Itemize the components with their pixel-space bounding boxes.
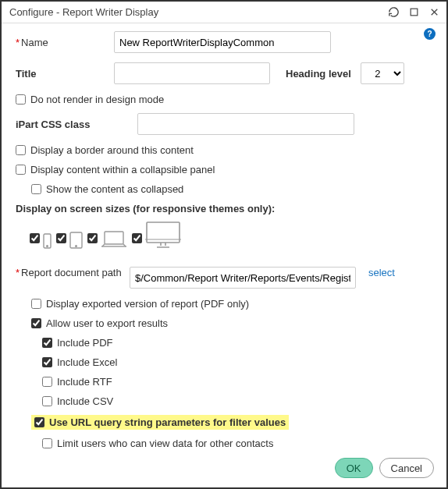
no-render-label: Do not render in design mode <box>30 94 164 105</box>
include-rtf-label: Include RTF <box>57 376 112 388</box>
name-input[interactable] <box>114 31 331 53</box>
cancel-button[interactable]: Cancel <box>379 458 434 478</box>
device-tablet-checkbox[interactable] <box>56 233 66 243</box>
use-url-params-checkbox[interactable] <box>34 417 44 427</box>
phone-icon <box>43 233 52 251</box>
close-icon[interactable] <box>428 6 440 19</box>
include-rtf-checkbox[interactable] <box>42 377 52 387</box>
show-collapsed-label: Show the content as collapsed <box>46 183 183 195</box>
report-path-input[interactable] <box>130 267 356 289</box>
include-excel-checkbox[interactable] <box>42 357 52 367</box>
tablet-icon <box>69 232 83 251</box>
use-url-params-label: Use URL query string parameters for filt… <box>49 416 286 428</box>
include-pdf-label: Include PDF <box>57 337 113 349</box>
border-label: Display a border around this content <box>30 144 194 156</box>
help-icon[interactable]: ? <box>424 28 436 40</box>
include-excel-label: Include Excel <box>57 356 117 368</box>
include-pdf-checkbox[interactable] <box>42 338 52 348</box>
title-input[interactable] <box>114 62 270 84</box>
limit-users-checkbox[interactable] <box>42 438 52 448</box>
include-csv-checkbox[interactable] <box>42 396 52 406</box>
device-size-group <box>30 221 432 251</box>
allow-export-checkbox[interactable] <box>31 318 41 328</box>
laptop-icon <box>101 230 127 251</box>
heading-level-select[interactable]: 2 <box>361 62 404 84</box>
collapsible-checkbox[interactable] <box>16 165 26 175</box>
titlebar: Configure - Report Writer Display <box>2 2 446 23</box>
report-path-label: Report document path <box>16 267 125 278</box>
svg-point-6 <box>76 246 77 247</box>
heading-level-label: Heading level <box>286 68 351 80</box>
window-title: Configure - Report Writer Display <box>9 6 387 18</box>
content-area: ? Name Title Heading level 2 Do not rend… <box>2 23 446 452</box>
desktop-icon <box>145 221 181 251</box>
css-label: iPart CSS class <box>16 119 133 130</box>
responsive-label: Display on screen sizes (for responsive … <box>16 203 432 214</box>
device-desktop-checkbox[interactable] <box>132 233 142 243</box>
collapsible-label: Display content within a collapsible pan… <box>30 164 215 175</box>
device-phone-checkbox[interactable] <box>30 233 40 243</box>
export-pdf-only-checkbox[interactable] <box>31 299 41 309</box>
maximize-icon[interactable] <box>407 6 420 19</box>
limit-users-label: Limit users who can view data for other … <box>57 438 273 449</box>
select-link[interactable]: select <box>368 267 395 278</box>
refresh-icon[interactable] <box>387 6 400 19</box>
css-input[interactable] <box>137 113 354 135</box>
footer: OK Cancel <box>2 452 446 487</box>
device-laptop-checkbox[interactable] <box>87 233 98 243</box>
border-checkbox[interactable] <box>16 145 26 155</box>
svg-point-4 <box>47 246 48 247</box>
show-collapsed-checkbox[interactable] <box>31 184 41 194</box>
ok-button[interactable]: OK <box>335 458 373 478</box>
export-pdf-only-label: Display exported version of report (PDF … <box>46 298 249 310</box>
name-label: Name <box>16 37 109 48</box>
svg-rect-0 <box>411 9 418 16</box>
title-label: Title <box>16 68 109 80</box>
include-csv-label: Include CSV <box>57 395 113 407</box>
allow-export-label: Allow user to export results <box>46 317 168 329</box>
svg-rect-7 <box>105 232 123 244</box>
no-render-checkbox[interactable] <box>16 94 26 105</box>
